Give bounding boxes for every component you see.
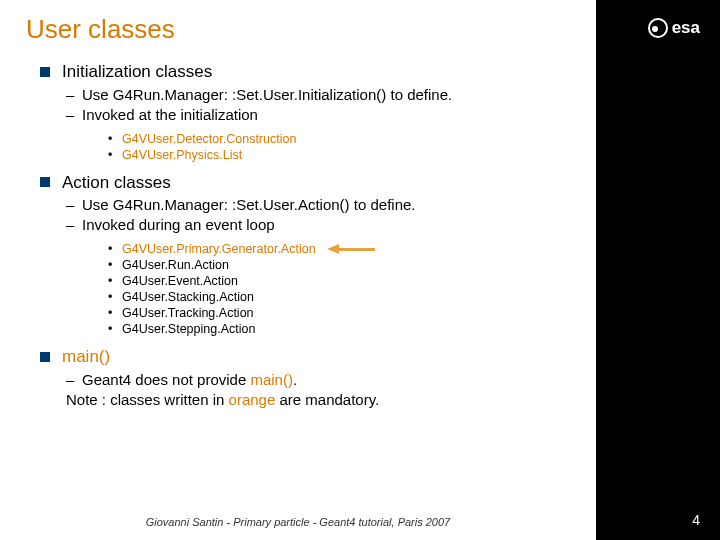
action-item: G4User.Run.Action — [26, 258, 570, 272]
action-sub-1: Use G4Run.Manager: :Set.User.Action() to… — [26, 196, 570, 213]
esa-circle-icon — [648, 18, 668, 38]
esa-logo: esa — [648, 18, 700, 38]
init-sub-2: Invoked at the initialization — [26, 106, 570, 123]
main-sub-1: Geant4 does not provide main(). — [26, 371, 570, 388]
arrow-left-icon — [327, 246, 375, 253]
action-item: G4User.Tracking.Action — [26, 306, 570, 320]
action-item: G4User.Event.Action — [26, 274, 570, 288]
init-sub-1: Use G4Run.Manager: :Set.User.Initializat… — [26, 86, 570, 103]
section-init-heading: Initialization classes — [26, 61, 570, 82]
section-main-heading: main() — [26, 346, 570, 367]
main-note: Note : classes written in orange are man… — [26, 391, 570, 408]
init-item: G4VUser.Physics.List — [26, 148, 570, 162]
esa-logo-text: esa — [672, 18, 700, 38]
page-number: 4 — [692, 512, 700, 528]
action-item: G4User.Stacking.Action — [26, 290, 570, 304]
action-item: G4VUser.Primary.Generator.Action — [26, 242, 570, 256]
square-bullet-icon — [40, 67, 50, 77]
section-action-heading: Action classes — [26, 172, 570, 193]
init-item: G4VUser.Detector.Construction — [26, 132, 570, 146]
slide-title: User classes — [26, 14, 570, 45]
square-bullet-icon — [40, 177, 50, 187]
slide-content: User classes Initialization classes Use … — [0, 0, 596, 540]
slide-footer: Giovanni Santin - Primary particle - Gea… — [0, 516, 596, 528]
action-item: G4User.Stepping.Action — [26, 322, 570, 336]
action-sub-2: Invoked during an event loop — [26, 216, 570, 233]
square-bullet-icon — [40, 352, 50, 362]
